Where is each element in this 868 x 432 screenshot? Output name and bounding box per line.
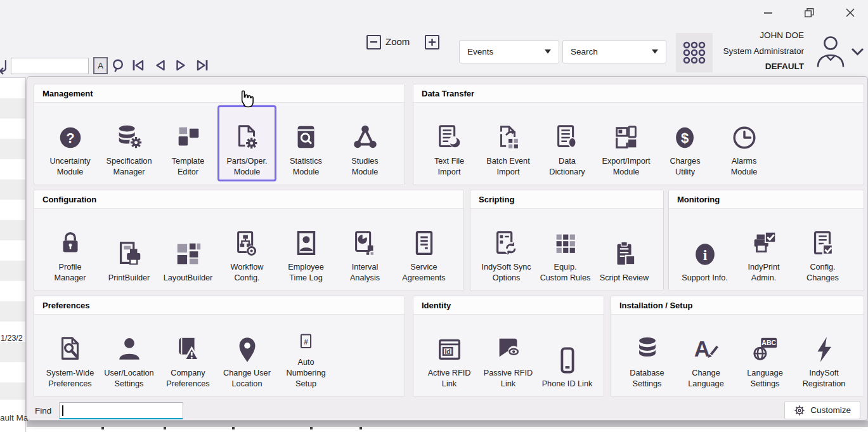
module-printbuilder[interactable]: PrintBuilder (100, 211, 159, 287)
module-label: IndySoft Registration (803, 368, 846, 389)
module-label: Profile Manager (54, 262, 86, 284)
customize-button[interactable]: Customize (784, 401, 860, 419)
module-layoutbuilder[interactable]: LayoutBuilder (159, 211, 217, 287)
module-passive-rfid-link[interactable]: Passive RFID Link (479, 317, 538, 393)
person-card-icon (292, 229, 321, 258)
module-phone-id-link[interactable]: Phone ID Link (538, 317, 597, 393)
document-check-icon (808, 229, 838, 258)
module-label: Alarms Module (731, 156, 758, 178)
module-auto-numbering-setup[interactable]: #Auto Numbering Setup (276, 317, 335, 393)
module-change-language[interactable]: AChange Language (677, 317, 735, 393)
module-studies-module[interactable]: Studies Module (335, 105, 394, 181)
module-database-settings[interactable]: Database Settings (618, 317, 677, 393)
module-change-user-location[interactable]: Change User Location (217, 317, 276, 393)
module-data-dictionary[interactable]: Data Dictionary (538, 105, 597, 181)
module-script-review[interactable]: Script Review (595, 211, 654, 287)
module-uncertainty-module[interactable]: ?Uncertainty Module (41, 105, 100, 181)
zoom-out-button[interactable] (366, 35, 381, 49)
language-pen-icon: A (692, 335, 721, 364)
module-user-location-settings[interactable]: User/Location Settings (100, 317, 159, 393)
cutoff-text-fragment (101, 427, 104, 429)
module-statistics-module[interactable]: Statistics Module (276, 105, 335, 181)
printer-frame-icon (115, 240, 144, 269)
section-title-installation-setup: Installation / Setup (611, 296, 864, 315)
chevron-down-icon (851, 48, 864, 56)
module-label: Support Info. (682, 273, 728, 284)
close-button[interactable] (841, 5, 860, 20)
user-menu-button[interactable] (851, 47, 864, 58)
section-configuration: ConfigurationProfile ManagerPrintBuilder… (34, 190, 464, 291)
restore-button[interactable] (800, 5, 819, 20)
module-label: Text File Import (434, 156, 464, 178)
module-interval-analysis[interactable]: Interval Analysis (335, 211, 394, 287)
user-name: JOHN DOE (659, 29, 804, 41)
previous-record-button[interactable] (152, 58, 167, 72)
module-label: Statistics Module (290, 156, 322, 178)
restore-icon (805, 8, 814, 18)
section-management: Management?Uncertainty ModuleSpecificati… (34, 84, 405, 185)
padlock-icon (56, 229, 85, 258)
previous-record-icon (154, 59, 165, 72)
section-body-monitoring: iSupport Info.IndyPrint Admin.Config. Ch… (669, 209, 864, 291)
minus-icon (370, 41, 377, 43)
module-label: Uncertainty Module (49, 156, 90, 178)
customize-label: Customize (810, 405, 851, 415)
module-language-settings[interactable]: ABCLanguage Settings (735, 317, 794, 393)
plus-icon (429, 39, 436, 46)
svg-text:ABC: ABC (761, 339, 776, 346)
module-alarms-module[interactable]: Alarms Module (715, 105, 774, 181)
events-dropdown[interactable]: Events (459, 40, 559, 63)
module-parts-oper-module[interactable]: Parts/Oper. Module (217, 105, 276, 181)
match-case-label: A (98, 61, 103, 70)
module-specification-manager[interactable]: Specification Manager (100, 105, 159, 181)
module-indysoft-sync-options[interactable]: IndySoft Sync Options (477, 211, 536, 287)
module-support-info[interactable]: iSupport Info. (675, 211, 734, 287)
find-record-button[interactable] (111, 58, 126, 72)
module-batch-event-import[interactable]: Batch Event Import (479, 105, 538, 181)
minimize-button[interactable] (758, 5, 777, 20)
module-workflow-config[interactable]: Workflow Config. (217, 211, 276, 287)
module-charges-utility[interactable]: $Charges Utility (656, 105, 715, 181)
module-employee-time-log[interactable]: Employee Time Log (276, 211, 335, 287)
module-equip-custom-rules[interactable]: Equip. Custom Rules (536, 211, 595, 287)
minimize-icon (764, 12, 772, 14)
search-dropdown[interactable]: Search (562, 40, 666, 63)
cutoff-text-fragment (310, 427, 313, 429)
section-body-data-transfer: Text File ImportBatch Event ImportData D… (413, 103, 864, 185)
module-indysoft-registration[interactable]: IndySoft Registration (794, 317, 853, 393)
module-system-wide-preferences[interactable]: System-Wide Preferences (41, 317, 100, 393)
module-text-file-import[interactable]: Text File Import (420, 105, 479, 181)
module-service-agreements[interactable]: Service Agreements (394, 211, 453, 287)
cutoff-text-fragment (360, 427, 362, 429)
printer-check-icon (749, 229, 779, 258)
module-label: Database Settings (630, 368, 664, 389)
avatar[interactable] (813, 34, 847, 70)
module-indyprint-admin[interactable]: IndyPrint Admin. (734, 211, 793, 287)
user-block[interactable]: JOHN DOE System Administrator DEFAULT (659, 29, 804, 72)
module-profile-manager[interactable]: Profile Manager (41, 211, 100, 287)
module-label: Change User Location (223, 368, 271, 389)
lightning-icon (810, 335, 839, 364)
module-label: System-Wide Preferences (46, 368, 94, 389)
first-record-button[interactable] (131, 58, 146, 72)
find-input[interactable] (59, 402, 183, 419)
module-export-import-module[interactable]: Export/Import Module (597, 105, 656, 181)
phone-icon (553, 346, 582, 375)
person-icon (115, 335, 144, 364)
clipboard-square-icon (610, 240, 639, 269)
next-record-button[interactable] (174, 58, 189, 72)
match-case-button[interactable]: A (93, 57, 108, 74)
section-scripting: ScriptingIndySoft Sync OptionsEquip. Cus… (470, 190, 664, 291)
section-body-identity: IdActive RFID LinkPassive RFID LinkPhone… (413, 315, 604, 396)
module-config-changes[interactable]: Config. Changes (793, 211, 852, 287)
module-template-editor[interactable]: Template Editor (159, 105, 217, 181)
zoom-in-button[interactable] (425, 35, 439, 49)
section-title-monitoring: Monitoring (669, 190, 864, 209)
module-label: Script Review (600, 273, 649, 284)
module-company-preferences[interactable]: Company Preferences (159, 317, 217, 393)
module-label: Specification Manager (107, 156, 152, 178)
record-search-input[interactable] (11, 58, 89, 74)
svg-text:$: $ (680, 130, 688, 146)
module-active-rfid-link[interactable]: IdActive RFID Link (420, 317, 479, 393)
last-record-button[interactable] (195, 58, 210, 72)
